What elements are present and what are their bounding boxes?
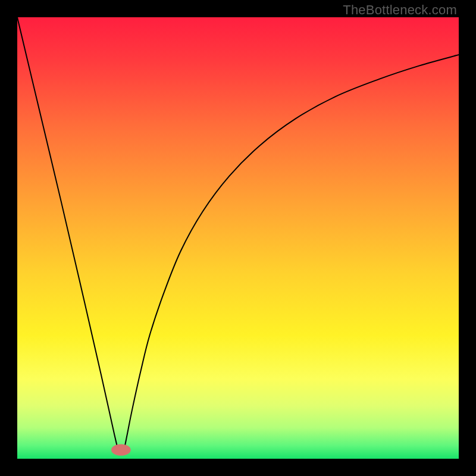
minimum-marker-pill [111, 444, 131, 456]
watermark-text: TheBottleneck.com [343, 2, 457, 18]
chart-frame: TheBottleneck.com [0, 0, 476, 476]
chart-svg [17, 17, 459, 459]
plot-area [17, 17, 459, 459]
gradient-background [17, 17, 459, 459]
